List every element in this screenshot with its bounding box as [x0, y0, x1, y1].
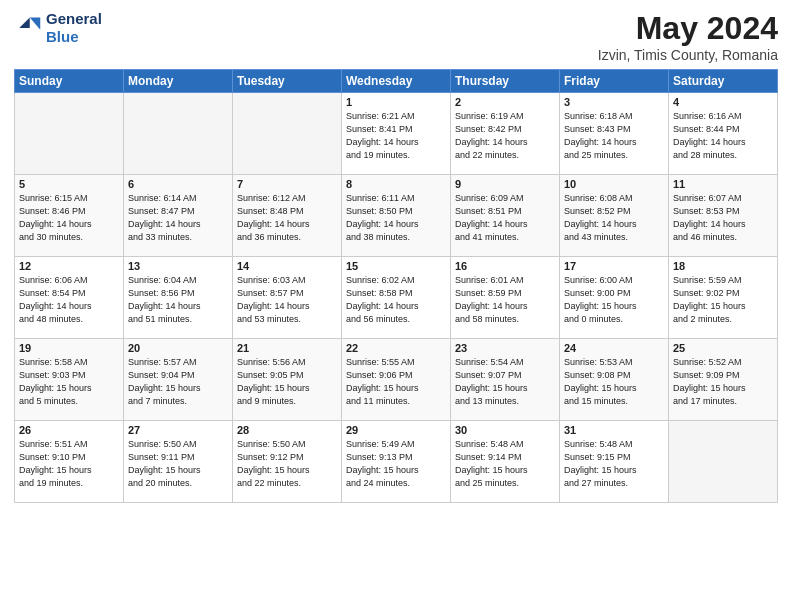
- day-info: Sunrise: 6:11 AM Sunset: 8:50 PM Dayligh…: [346, 192, 446, 244]
- day-number: 29: [346, 424, 446, 436]
- day-number: 21: [237, 342, 337, 354]
- calendar-week-1: 1Sunrise: 6:21 AM Sunset: 8:41 PM Daylig…: [15, 93, 778, 175]
- day-of-week-sunday: Sunday: [15, 70, 124, 93]
- day-info: Sunrise: 5:50 AM Sunset: 9:12 PM Dayligh…: [237, 438, 337, 490]
- calendar-cell: [233, 93, 342, 175]
- calendar-cell: 4Sunrise: 6:16 AM Sunset: 8:44 PM Daylig…: [669, 93, 778, 175]
- calendar-cell: 15Sunrise: 6:02 AM Sunset: 8:58 PM Dayli…: [342, 257, 451, 339]
- calendar-cell: 22Sunrise: 5:55 AM Sunset: 9:06 PM Dayli…: [342, 339, 451, 421]
- calendar-cell: 18Sunrise: 5:59 AM Sunset: 9:02 PM Dayli…: [669, 257, 778, 339]
- day-number: 7: [237, 178, 337, 190]
- day-number: 3: [564, 96, 664, 108]
- day-info: Sunrise: 6:08 AM Sunset: 8:52 PM Dayligh…: [564, 192, 664, 244]
- day-number: 4: [673, 96, 773, 108]
- day-info: Sunrise: 5:53 AM Sunset: 9:08 PM Dayligh…: [564, 356, 664, 408]
- day-number: 13: [128, 260, 228, 272]
- day-number: 15: [346, 260, 446, 272]
- day-info: Sunrise: 6:01 AM Sunset: 8:59 PM Dayligh…: [455, 274, 555, 326]
- title-block: May 2024 Izvin, Timis County, Romania: [598, 10, 778, 63]
- day-number: 11: [673, 178, 773, 190]
- day-info: Sunrise: 5:50 AM Sunset: 9:11 PM Dayligh…: [128, 438, 228, 490]
- day-number: 10: [564, 178, 664, 190]
- calendar-cell: 31Sunrise: 5:48 AM Sunset: 9:15 PM Dayli…: [560, 421, 669, 503]
- day-info: Sunrise: 6:12 AM Sunset: 8:48 PM Dayligh…: [237, 192, 337, 244]
- calendar-cell: 12Sunrise: 6:06 AM Sunset: 8:54 PM Dayli…: [15, 257, 124, 339]
- day-info: Sunrise: 6:00 AM Sunset: 9:00 PM Dayligh…: [564, 274, 664, 326]
- calendar-cell: 8Sunrise: 6:11 AM Sunset: 8:50 PM Daylig…: [342, 175, 451, 257]
- day-of-week-thursday: Thursday: [451, 70, 560, 93]
- calendar-cell: 2Sunrise: 6:19 AM Sunset: 8:42 PM Daylig…: [451, 93, 560, 175]
- day-number: 6: [128, 178, 228, 190]
- day-info: Sunrise: 5:49 AM Sunset: 9:13 PM Dayligh…: [346, 438, 446, 490]
- day-number: 5: [19, 178, 119, 190]
- day-number: 17: [564, 260, 664, 272]
- day-number: 8: [346, 178, 446, 190]
- day-info: Sunrise: 5:59 AM Sunset: 9:02 PM Dayligh…: [673, 274, 773, 326]
- calendar-cell: 16Sunrise: 6:01 AM Sunset: 8:59 PM Dayli…: [451, 257, 560, 339]
- day-number: 23: [455, 342, 555, 354]
- calendar-cell: 27Sunrise: 5:50 AM Sunset: 9:11 PM Dayli…: [124, 421, 233, 503]
- day-info: Sunrise: 5:58 AM Sunset: 9:03 PM Dayligh…: [19, 356, 119, 408]
- calendar-cell: 14Sunrise: 6:03 AM Sunset: 8:57 PM Dayli…: [233, 257, 342, 339]
- calendar-cell: 13Sunrise: 6:04 AM Sunset: 8:56 PM Dayli…: [124, 257, 233, 339]
- day-info: Sunrise: 6:04 AM Sunset: 8:56 PM Dayligh…: [128, 274, 228, 326]
- location: Izvin, Timis County, Romania: [598, 47, 778, 63]
- calendar-cell: [15, 93, 124, 175]
- day-of-week-friday: Friday: [560, 70, 669, 93]
- logo-icon: [14, 14, 42, 42]
- day-of-week-monday: Monday: [124, 70, 233, 93]
- day-number: 24: [564, 342, 664, 354]
- day-number: 22: [346, 342, 446, 354]
- calendar-cell: 23Sunrise: 5:54 AM Sunset: 9:07 PM Dayli…: [451, 339, 560, 421]
- calendar-cell: 30Sunrise: 5:48 AM Sunset: 9:14 PM Dayli…: [451, 421, 560, 503]
- day-info: Sunrise: 6:14 AM Sunset: 8:47 PM Dayligh…: [128, 192, 228, 244]
- day-info: Sunrise: 5:55 AM Sunset: 9:06 PM Dayligh…: [346, 356, 446, 408]
- day-info: Sunrise: 6:02 AM Sunset: 8:58 PM Dayligh…: [346, 274, 446, 326]
- day-of-week-saturday: Saturday: [669, 70, 778, 93]
- calendar-cell: 29Sunrise: 5:49 AM Sunset: 9:13 PM Dayli…: [342, 421, 451, 503]
- day-info: Sunrise: 5:56 AM Sunset: 9:05 PM Dayligh…: [237, 356, 337, 408]
- day-number: 14: [237, 260, 337, 272]
- day-number: 2: [455, 96, 555, 108]
- day-info: Sunrise: 6:03 AM Sunset: 8:57 PM Dayligh…: [237, 274, 337, 326]
- day-info: Sunrise: 6:18 AM Sunset: 8:43 PM Dayligh…: [564, 110, 664, 162]
- calendar-table: SundayMondayTuesdayWednesdayThursdayFrid…: [14, 69, 778, 503]
- calendar-week-2: 5Sunrise: 6:15 AM Sunset: 8:46 PM Daylig…: [15, 175, 778, 257]
- day-info: Sunrise: 6:06 AM Sunset: 8:54 PM Dayligh…: [19, 274, 119, 326]
- day-number: 9: [455, 178, 555, 190]
- day-info: Sunrise: 6:09 AM Sunset: 8:51 PM Dayligh…: [455, 192, 555, 244]
- calendar-cell: 3Sunrise: 6:18 AM Sunset: 8:43 PM Daylig…: [560, 93, 669, 175]
- calendar-cell: 28Sunrise: 5:50 AM Sunset: 9:12 PM Dayli…: [233, 421, 342, 503]
- day-info: Sunrise: 5:48 AM Sunset: 9:14 PM Dayligh…: [455, 438, 555, 490]
- calendar-cell: 24Sunrise: 5:53 AM Sunset: 9:08 PM Dayli…: [560, 339, 669, 421]
- calendar-cell: 20Sunrise: 5:57 AM Sunset: 9:04 PM Dayli…: [124, 339, 233, 421]
- calendar-week-4: 19Sunrise: 5:58 AM Sunset: 9:03 PM Dayli…: [15, 339, 778, 421]
- day-number: 12: [19, 260, 119, 272]
- calendar-cell: 9Sunrise: 6:09 AM Sunset: 8:51 PM Daylig…: [451, 175, 560, 257]
- day-info: Sunrise: 6:21 AM Sunset: 8:41 PM Dayligh…: [346, 110, 446, 162]
- day-info: Sunrise: 5:54 AM Sunset: 9:07 PM Dayligh…: [455, 356, 555, 408]
- calendar-header-row: SundayMondayTuesdayWednesdayThursdayFrid…: [15, 70, 778, 93]
- day-of-week-wednesday: Wednesday: [342, 70, 451, 93]
- svg-marker-0: [30, 18, 41, 30]
- day-info: Sunrise: 6:07 AM Sunset: 8:53 PM Dayligh…: [673, 192, 773, 244]
- day-info: Sunrise: 6:16 AM Sunset: 8:44 PM Dayligh…: [673, 110, 773, 162]
- day-number: 20: [128, 342, 228, 354]
- calendar-cell: [669, 421, 778, 503]
- calendar-cell: 11Sunrise: 6:07 AM Sunset: 8:53 PM Dayli…: [669, 175, 778, 257]
- day-info: Sunrise: 5:52 AM Sunset: 9:09 PM Dayligh…: [673, 356, 773, 408]
- day-info: Sunrise: 6:19 AM Sunset: 8:42 PM Dayligh…: [455, 110, 555, 162]
- logo-text: General Blue: [46, 10, 102, 46]
- calendar-cell: 17Sunrise: 6:00 AM Sunset: 9:00 PM Dayli…: [560, 257, 669, 339]
- day-number: 26: [19, 424, 119, 436]
- calendar-cell: 7Sunrise: 6:12 AM Sunset: 8:48 PM Daylig…: [233, 175, 342, 257]
- svg-marker-1: [19, 18, 30, 29]
- calendar-week-3: 12Sunrise: 6:06 AM Sunset: 8:54 PM Dayli…: [15, 257, 778, 339]
- day-number: 18: [673, 260, 773, 272]
- day-info: Sunrise: 6:15 AM Sunset: 8:46 PM Dayligh…: [19, 192, 119, 244]
- day-info: Sunrise: 5:51 AM Sunset: 9:10 PM Dayligh…: [19, 438, 119, 490]
- calendar-cell: 25Sunrise: 5:52 AM Sunset: 9:09 PM Dayli…: [669, 339, 778, 421]
- calendar-page: General Blue May 2024 Izvin, Timis Count…: [0, 0, 792, 612]
- calendar-week-5: 26Sunrise: 5:51 AM Sunset: 9:10 PM Dayli…: [15, 421, 778, 503]
- day-number: 30: [455, 424, 555, 436]
